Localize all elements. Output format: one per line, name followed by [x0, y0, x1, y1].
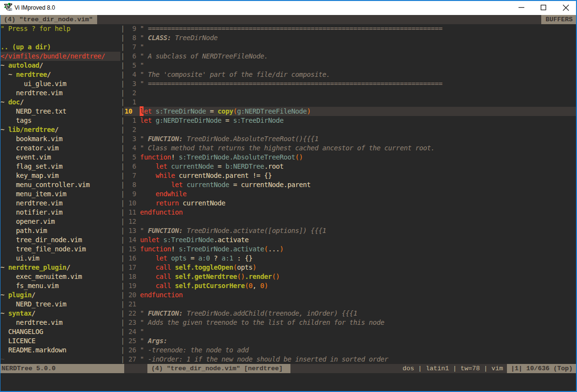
svg-text:im: im: [7, 6, 12, 11]
